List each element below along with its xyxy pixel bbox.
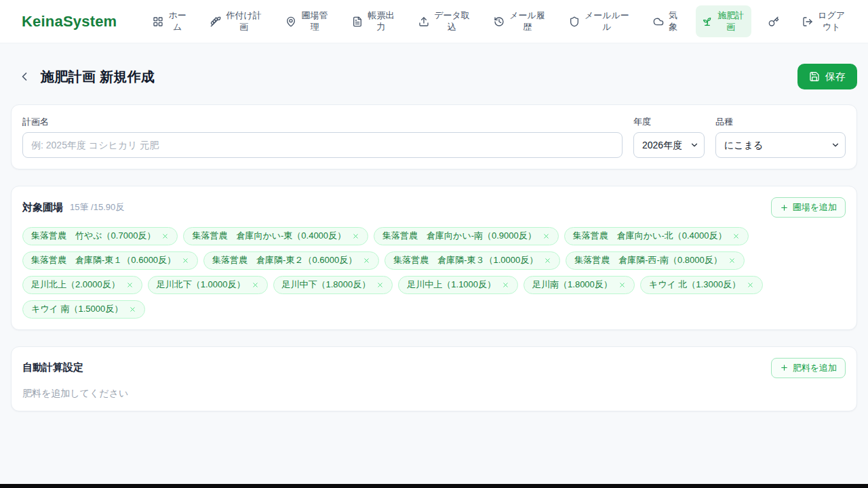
year-select[interactable]: 2026年度 xyxy=(633,132,705,158)
brand-logo: KeinaSystem xyxy=(22,13,117,30)
add-field-button-label: 圃場を追加 xyxy=(793,201,837,214)
add-fertilizer-button-label: 肥料を追加 xyxy=(793,362,837,374)
field-tag: キウイ 南（1.5000反） xyxy=(22,300,145,319)
plan-name-input[interactable] xyxy=(22,132,623,158)
field-tag: 集落営農 倉庫隣-東１（0.6000反） xyxy=(22,251,198,270)
field-tag: 集落営農 倉庫向かい-北（0.4000反） xyxy=(564,227,749,245)
field-tag: 集落営農 倉庫向かい-東（0.4000反） xyxy=(183,227,368,245)
nav-items: ホーム 作付け計画 圃場管理 帳票出力 データ取込 メール履歴 メールルール 気… xyxy=(146,5,852,37)
remove-field-icon[interactable] xyxy=(544,257,551,264)
file-icon xyxy=(352,16,363,27)
variety-label: 品種 xyxy=(715,116,846,128)
field-tag-label: 足川中下（1.8000反） xyxy=(282,279,371,291)
year-label: 年度 xyxy=(633,116,705,128)
target-fields-title: 対象圃場 xyxy=(22,201,63,214)
field-tag-label: 集落営農 倉庫向かい-南（0.9000反） xyxy=(382,230,536,242)
remove-field-icon[interactable] xyxy=(542,232,550,240)
field-tag-label: 集落営農 倉庫向かい-北（0.4000反） xyxy=(573,230,727,242)
auto-calc-title: 自動計算設定 xyxy=(22,361,83,374)
field-tag-label: 足川北上（2.0000反） xyxy=(31,279,120,291)
field-tag-label: 集落営農 倉庫隣-東３（1.0000反） xyxy=(393,255,538,266)
plan-form-card: 計画名 年度 2026年度 品種 にこまる xyxy=(11,104,857,169)
nav-item-label: 作付け計画 xyxy=(225,10,262,33)
shield-icon xyxy=(569,16,580,27)
nav-item-home[interactable]: ホーム xyxy=(146,5,193,37)
field-tag-label: キウイ 南（1.5000反） xyxy=(31,304,123,315)
nav-item-field-management[interactable]: 圃場管理 xyxy=(279,5,335,37)
page-header: 施肥計画 新規作成 保存 xyxy=(11,64,857,89)
nav-item-label: ホーム xyxy=(167,10,187,33)
grid-icon xyxy=(153,16,163,27)
target-fields-card: 対象圃場 15筆 /15.90反 圃場を追加 集落営農 竹やぶ（0.7000反）… xyxy=(11,186,857,330)
field-tag: 集落営農 倉庫隣-東２（0.6000反） xyxy=(203,251,379,270)
plus-icon xyxy=(780,363,789,372)
remove-field-icon[interactable] xyxy=(161,232,169,240)
nav-item-logout[interactable]: ログアウト xyxy=(796,5,852,37)
remove-field-icon[interactable] xyxy=(129,306,136,313)
nav-item-weather[interactable]: 気象 xyxy=(647,5,685,37)
nav-item-label: 気象 xyxy=(668,10,679,33)
nav-item-mail-rules[interactable]: メールルール xyxy=(563,5,636,37)
field-tag: 足川中下（1.8000反） xyxy=(273,276,393,294)
field-tag-label: 足川中上（1.1000反） xyxy=(407,279,496,291)
remove-field-icon[interactable] xyxy=(376,281,384,289)
remove-field-icon[interactable] xyxy=(252,281,259,289)
page-title: 施肥計画 新規作成 xyxy=(41,68,155,86)
nav-item-label: ログアウト xyxy=(817,10,846,33)
field-tag: キウイ 北（1.3000反） xyxy=(640,276,763,294)
nav-item-label: 施肥計画 xyxy=(717,10,745,33)
plan-name-label: 計画名 xyxy=(22,116,623,128)
save-button[interactable]: 保存 xyxy=(797,64,857,89)
wheat-icon xyxy=(210,16,221,27)
nav-item-key[interactable] xyxy=(762,12,785,32)
field-tag-list: 集落営農 竹やぶ（0.7000反） 集落営農 倉庫向かい-東（0.4000反） … xyxy=(22,227,846,319)
save-icon xyxy=(809,71,820,82)
auto-calc-card: 自動計算設定 肥料を追加 肥料を追加してください xyxy=(11,346,857,411)
field-tag-label: 集落営農 竹やぶ（0.7000反） xyxy=(31,230,155,242)
field-tag: 足川北上（2.0000反） xyxy=(22,276,142,294)
remove-field-icon[interactable] xyxy=(182,257,189,264)
field-tag-label: 集落営農 倉庫隣-東１（0.6000反） xyxy=(31,255,176,266)
nav-item-report-output[interactable]: 帳票出力 xyxy=(346,5,401,37)
field-tag-label: 集落営農 倉庫隣-東２（0.6000反） xyxy=(212,255,357,266)
target-fields-summary: 15筆 /15.90反 xyxy=(70,201,124,214)
remove-field-icon[interactable] xyxy=(728,257,736,264)
nav-item-label: データ取込 xyxy=(433,10,471,33)
history-icon xyxy=(494,16,505,27)
add-fertilizer-button[interactable]: 肥料を追加 xyxy=(771,358,846,378)
add-field-button[interactable]: 圃場を追加 xyxy=(771,197,846,218)
back-chevron-icon[interactable] xyxy=(18,70,31,83)
plus-icon xyxy=(780,203,789,212)
field-tag: 足川北下（1.0000反） xyxy=(148,276,268,294)
bottom-strip xyxy=(0,484,868,488)
nav-item-label: メール履歴 xyxy=(509,10,546,33)
logout-icon xyxy=(802,16,813,27)
variety-select[interactable]: にこまる xyxy=(715,132,846,158)
key-icon xyxy=(768,16,779,27)
nav-item-fertilizer-plan[interactable]: 施肥計画 xyxy=(696,5,751,37)
remove-field-icon[interactable] xyxy=(732,232,740,240)
remove-field-icon[interactable] xyxy=(352,232,359,240)
field-tag-label: 集落営農 倉庫向かい-東（0.4000反） xyxy=(192,230,346,242)
field-tag-label: 足川北下（1.0000反） xyxy=(157,279,245,291)
nav-item-planting-plan[interactable]: 作付け計画 xyxy=(204,5,269,37)
cloud-icon xyxy=(653,16,664,27)
remove-field-icon[interactable] xyxy=(502,281,509,289)
nav-item-mail-history[interactable]: メール履歴 xyxy=(488,5,552,37)
nav-item-label: 帳票出力 xyxy=(367,10,395,33)
field-tag: 集落営農 倉庫隣-西-南（0.8000反） xyxy=(566,251,744,270)
map-pin-icon xyxy=(285,16,296,27)
field-tag-label: 集落営農 倉庫隣-西-南（0.8000反） xyxy=(574,255,722,266)
remove-field-icon[interactable] xyxy=(747,281,754,289)
nav-item-label: 圃場管理 xyxy=(300,10,329,33)
auto-calc-empty-message: 肥料を追加してください xyxy=(22,388,846,400)
save-button-label: 保存 xyxy=(825,70,846,83)
field-tag: 集落営農 倉庫向かい-南（0.9000反） xyxy=(374,227,559,245)
field-tag: 集落営農 倉庫隣-東３（1.0000反） xyxy=(384,251,560,270)
nav-item-data-import[interactable]: データ取込 xyxy=(412,5,477,37)
remove-field-icon[interactable] xyxy=(126,281,134,289)
top-navigation-bar: KeinaSystem ホーム 作付け計画 圃場管理 帳票出力 データ取込 メー… xyxy=(0,0,868,43)
remove-field-icon[interactable] xyxy=(363,257,370,264)
upload-icon xyxy=(418,16,429,27)
remove-field-icon[interactable] xyxy=(618,281,626,289)
